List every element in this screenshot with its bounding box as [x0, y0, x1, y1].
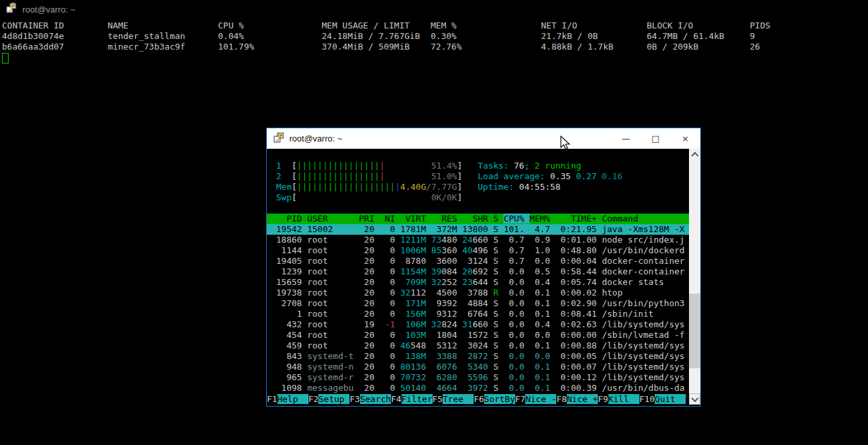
fkey-setup[interactable]: F2Setup [308, 394, 350, 405]
docker-stats-header: NET I/O [541, 20, 647, 31]
fkey-quit[interactable]: F10Quit [639, 394, 686, 405]
column-header[interactable]: USER [307, 214, 353, 223]
docker-stats-cell: 21.7kB / 0B [541, 31, 647, 42]
process-row[interactable]: 454 root 20 0 103M 1804 1572 S 0.0 0.0 0… [267, 330, 689, 341]
column-header[interactable]: RES [431, 214, 457, 223]
htop-content: 1 [|||||||||||||||||51.4%]2 [|||||||||||… [267, 149, 700, 405]
docker-stats-header: CPU % [218, 20, 322, 31]
terminal-cursor [2, 53, 9, 63]
maximize-button[interactable]: □ [641, 128, 670, 149]
summary-line-3: Uptime: 04:55:58 [478, 182, 622, 192]
process-row[interactable]: 1098 messagebu 20 0 50140 4664 3972 S 0.… [267, 383, 689, 393]
htop-meters: 1 [|||||||||||||||||51.4%]2 [|||||||||||… [276, 161, 462, 203]
meter-cpu2: 2 [|||||||||||||||||51.0%] [276, 171, 462, 182]
process-row[interactable]: 948 systemd-n 20 0 80136 6076 5340 S 0.0… [267, 362, 689, 372]
column-header[interactable]: SHR [462, 214, 488, 223]
docker-stats-header: MEM % [431, 20, 541, 31]
background-terminal-title: root@varro: ~ [22, 5, 75, 15]
process-row[interactable]: 1239 root 20 0 1154M 39084 20692 S 0.0 0… [267, 266, 689, 277]
fkey-tree[interactable]: F5Tree [433, 394, 474, 405]
htop-process-table: PID USER PRI NI VIRT RES SHR S CPU% MEM%… [267, 214, 689, 393]
process-row[interactable]: 1 root 20 0 156M 9312 6764 S 0.0 0.1 0:0… [267, 309, 689, 319]
column-header[interactable]: TIME+ [556, 214, 597, 223]
column-header[interactable]: VIRT [400, 214, 426, 223]
docker-stats-header: CONTAINER ID [2, 20, 108, 31]
column-header[interactable]: Command [602, 214, 638, 223]
process-table-header: PID USER PRI NI VIRT RES SHR S CPU% MEM%… [267, 214, 689, 224]
process-row[interactable]: 1144 root 20 0 1006M 85360 40496 S 0.7 1… [267, 245, 689, 256]
docker-stats-cell: 64.7MB / 61.4kB [647, 31, 750, 42]
process-row[interactable]: 459 root 20 0 46548 5312 3024 S 0.0 0.1 … [267, 341, 689, 351]
fkey-search[interactable]: F3Search [349, 394, 391, 405]
process-row[interactable]: 432 root 19 -1 106M 32824 31660 S 0.0 0.… [267, 319, 689, 330]
process-row[interactable]: 843 systemd-t 20 0 138M 3388 2872 S 0.0 … [267, 351, 689, 362]
process-row[interactable]: 15659 root 20 0 709M 32252 23644 S 0.0 0… [267, 277, 689, 288]
docker-stats-cell: 72.76% [431, 42, 541, 52]
fkey-kill[interactable]: F9Kill [598, 394, 639, 405]
docker-stats-cell: tender_stallman [108, 31, 218, 42]
htop-terminal-window: root@varro: ~ — □ × 1 [|||||||||||||||||… [266, 128, 701, 407]
process-row[interactable]: 19542 15002 20 0 1781M 372M 13800 S 101.… [267, 224, 689, 235]
minimize-button[interactable]: — [611, 128, 641, 149]
putty-icon [273, 132, 284, 145]
meter-mem: Mem[||||||||||||||||||||4.40G/7.77G] [276, 182, 462, 192]
docker-stats-cell: 370.4MiB / 509MiB [322, 42, 431, 52]
column-header[interactable]: PRI [359, 214, 374, 223]
scrollbar-down-icon[interactable] [689, 393, 700, 405]
htop-summary: Tasks: 76; 2 runningLoad average: 0.35 0… [478, 161, 622, 192]
column-header[interactable]: S [493, 214, 499, 223]
docker-stats-cell: 24.18MiB / 7.767GiB [322, 31, 431, 42]
docker-stats-cell: 26 [750, 42, 868, 52]
docker-stats-header: NAME [108, 20, 218, 31]
desktop-screen: root@varro: ~ CONTAINER IDNAMECPU %MEM U… [0, 0, 868, 445]
process-row[interactable]: 2708 root 20 0 171M 9392 4884 S 0.0 0.1 … [267, 298, 689, 309]
background-terminal-titlebar[interactable]: root@varro: ~ [0, 0, 868, 19]
column-header[interactable]: NI [380, 214, 395, 223]
process-row[interactable]: 19738 root 20 0 32112 4500 3788 R 0.0 0.… [267, 288, 689, 298]
htop-window-titlebar[interactable]: root@varro: ~ — □ × [267, 128, 700, 149]
docker-stats-header: PIDS [750, 20, 868, 31]
docker-stats-cell: 9 [750, 31, 868, 42]
mouse-cursor-icon [560, 136, 572, 154]
close-button[interactable]: × [670, 128, 700, 149]
summary-line-1: Tasks: 76; 2 running [478, 161, 622, 171]
meter-swp: Swp[0K/0K] [276, 192, 462, 203]
docker-stats-header: MEM USAGE / LIMIT [322, 20, 431, 31]
column-header[interactable]: MEM% [530, 214, 550, 223]
fkey-sortby[interactable]: F6SortBy [474, 394, 515, 405]
putty-icon [6, 3, 17, 16]
scrollbar-up-icon[interactable] [689, 149, 700, 160]
docker-stats-cell: b6a66aa3dd07 [2, 42, 108, 52]
htop-function-key-bar: F1Help F2Setup F3SearchF4FilterF5Tree F6… [267, 394, 689, 405]
docker-stats-cell: 0.30% [431, 31, 541, 42]
docker-stats-cell: 0.04% [218, 31, 322, 42]
docker-stats-cell: 4d8d1b30074e [2, 31, 108, 42]
scrollbar[interactable] [689, 149, 700, 405]
docker-stats-header: BLOCK I/O [647, 20, 750, 31]
fkey-filter[interactable]: F4Filter [391, 394, 433, 405]
docker-stats-cell: 0B / 209kB [647, 42, 750, 52]
docker-stats-cell: 4.88kB / 1.7kB [541, 42, 647, 52]
column-header[interactable]: PID [276, 214, 302, 223]
meter-cpu1: 1 [|||||||||||||||||51.4%] [276, 161, 462, 171]
fkey-nice[interactable]: F8Nice + [556, 394, 598, 405]
process-row[interactable]: 965 systemd-r 20 0 70732 6280 5596 S 0.0… [267, 372, 689, 383]
sort-column-header[interactable]: CPU% [503, 214, 529, 223]
summary-line-2: Load average: 0.35 0.27 0.16 [478, 171, 622, 182]
process-row[interactable]: 18860 root 20 0 1211M 73480 24660 S 0.7 … [267, 235, 689, 245]
docker-stats-cell: 101.79% [218, 42, 322, 52]
docker-stats-output: CONTAINER IDNAMECPU %MEM USAGE / LIMITME… [2, 20, 868, 52]
fkey-nice[interactable]: F7Nice - [515, 394, 557, 405]
process-row[interactable]: 19405 root 20 0 8780 3600 3124 S 0.7 0.0… [267, 256, 689, 266]
fkey-help[interactable]: F1Help [267, 394, 308, 405]
docker-stats-cell: minecr_73b3ac9f [108, 42, 218, 52]
scrollbar-thumb[interactable] [689, 294, 700, 368]
